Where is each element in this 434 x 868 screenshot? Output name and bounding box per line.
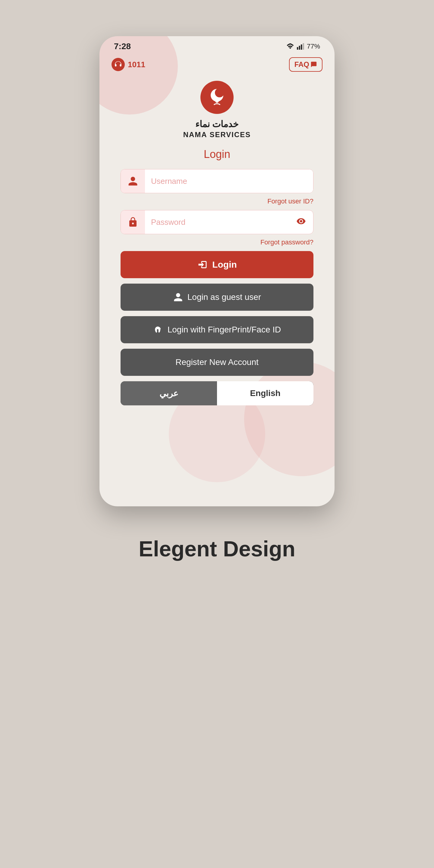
password-icon-box (121, 210, 145, 234)
password-wrapper (121, 210, 313, 234)
register-button-label: Register New Account (176, 358, 258, 367)
fingerprint-button-label: Login with FingerPrint/Face ID (167, 325, 281, 335)
toggle-password-icon[interactable] (289, 216, 313, 228)
svg-point-6 (215, 99, 218, 103)
signal-icon (297, 42, 304, 50)
arabic-lang-button[interactable]: عربي (121, 381, 217, 405)
status-time: 7:28 (114, 41, 131, 51)
status-bar: 7:28 77% (99, 36, 335, 54)
forgot-password-link[interactable]: Forgot password? (121, 239, 313, 246)
headphone-svg (114, 61, 122, 68)
support-number: 1011 (128, 60, 145, 69)
register-button[interactable]: Register New Account (121, 349, 313, 376)
headphone-icon (112, 58, 125, 71)
chat-icon (310, 61, 317, 68)
language-toggle: عربي English (121, 381, 313, 405)
login-button[interactable]: Login (121, 251, 313, 278)
username-input[interactable] (145, 169, 313, 193)
brand-logo-svg (207, 87, 227, 108)
battery-text: 77% (307, 42, 320, 50)
login-arrow-icon (197, 259, 208, 270)
username-group (121, 169, 313, 193)
logo-circle (200, 81, 234, 114)
guest-login-button[interactable]: Login as guest user (121, 284, 313, 311)
footer-tagline: Elegent Design (138, 536, 296, 561)
svg-rect-1 (299, 46, 300, 50)
wifi-icon (286, 42, 294, 50)
header-bar: 1011 FAQ (99, 54, 335, 78)
brand-english: NAMA SERVICES (183, 130, 251, 139)
username-wrapper (121, 169, 313, 193)
faq-label: FAQ (294, 60, 309, 69)
svg-rect-0 (297, 47, 298, 50)
main-content: خدمات نماء NAMA SERVICES Login Forgot us… (99, 78, 335, 424)
user-icon (127, 176, 138, 187)
brand-arabic: خدمات نماء (195, 119, 239, 129)
password-group (121, 210, 313, 234)
username-icon-box (121, 169, 145, 193)
login-title: Login (204, 148, 230, 161)
support-section[interactable]: 1011 (112, 58, 145, 71)
login-button-label: Login (212, 259, 237, 270)
guest-button-label: Login as guest user (187, 292, 261, 302)
guest-icon (173, 292, 183, 302)
fingerprint-button[interactable]: Login with FingerPrint/Face ID (121, 316, 313, 343)
english-lang-button[interactable]: English (217, 381, 313, 405)
svg-rect-3 (303, 43, 304, 50)
faq-button[interactable]: FAQ (289, 57, 322, 72)
fingerprint-icon (153, 324, 163, 335)
lock-icon (127, 217, 138, 227)
forgot-user-id-link[interactable]: Forgot user ID? (121, 197, 313, 205)
logo-area: خدمات نماء NAMA SERVICES (183, 81, 251, 139)
svg-point-5 (215, 88, 224, 97)
eye-svg (296, 216, 306, 226)
password-input[interactable] (145, 210, 289, 234)
svg-rect-2 (301, 44, 302, 50)
status-icons: 77% (286, 42, 320, 50)
